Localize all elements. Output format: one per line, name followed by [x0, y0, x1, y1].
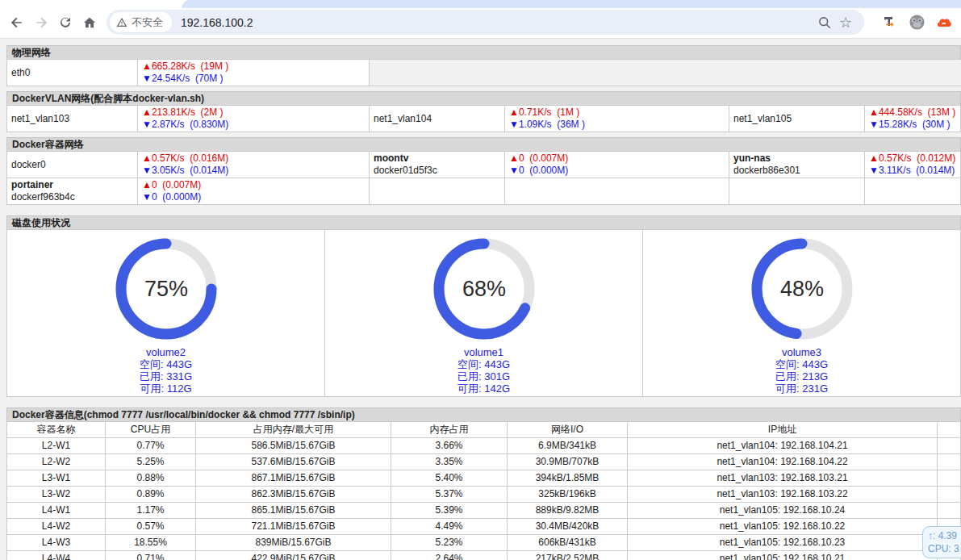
container-cell: net1_vlan104: 192.168.104.22: [628, 454, 938, 470]
forward-icon: [33, 15, 49, 31]
container-cell: 3.66%: [391, 438, 508, 454]
interface-name: net1_vlan103: [11, 113, 133, 125]
interface-name-cell: net1_vlan103: [7, 106, 138, 132]
network-row: net1_vlan103▲213.81K/s (2M )▼2.87K/s (0.…: [7, 106, 961, 132]
disk-volume-info: volume1空间: 443G已用: 301G可用: 142G: [458, 346, 510, 395]
upload-rate: ▲0 (0.007M): [509, 153, 725, 165]
interface-name-cell: net1_vlan105: [729, 106, 865, 132]
address-bar[interactable]: 不安全 192.168.100.2 ☆: [107, 10, 864, 35]
volume-name: volume3: [775, 346, 828, 358]
container-header-cell: IP地址: [628, 422, 938, 438]
interface-name: eth0: [11, 67, 133, 79]
disk-volume-cell: 68%volume1空间: 443G已用: 301G可用: 142G: [325, 230, 643, 396]
interface-rates-cell: ▲0 (0.007M)▼0 (0.000M): [138, 178, 370, 205]
volume-total: 空间: 443G: [775, 358, 828, 370]
empty-region: [370, 60, 961, 86]
interface-name: moontv: [374, 153, 500, 165]
zoom-icon: [817, 15, 832, 30]
volume-used: 已用: 331G: [140, 370, 192, 382]
disk-donut-chart: 68%: [432, 236, 537, 345]
forward-button[interactable]: [29, 10, 53, 35]
container-cell: net1_vlan104: 192.168.104.21: [628, 438, 938, 454]
tampermonkey-extension-button[interactable]: [906, 12, 927, 33]
network-row: portainerdockerf963b4c▲0 (0.007M)▼0 (0.0…: [7, 178, 961, 205]
home-icon: [81, 15, 98, 31]
container-table-body: L2-W10.77%586.5MiB/15.67GiB3.66%6.9MB/34…: [7, 438, 961, 560]
dashboard-page: 物理网络 eth0▲665.28K/s (19M )▼24.54K/s (70M…: [0, 39, 961, 560]
container-cell: net1_vlan103: 192.168.103.21: [628, 470, 938, 487]
interface-name: net1_vlan104: [374, 113, 500, 125]
translate-extension-button[interactable]: [879, 12, 900, 33]
empty-cell: [370, 178, 505, 205]
reload-icon: [58, 15, 73, 30]
container-id: dockerf963b4c: [11, 191, 133, 203]
container-row: L3-W10.88%867.1MiB/15.67GiB5.40%394kB/1.…: [7, 470, 961, 487]
home-button[interactable]: [77, 10, 102, 35]
container-cell: 865.1MiB/15.67GiB: [196, 503, 391, 519]
container-cell: L4-W2: [7, 519, 106, 535]
download-rate: ▼3.05K/s (0.014M): [142, 165, 365, 177]
section-header-containers: Docker容器信息(chmod 7777 /usr/local/bin/doc…: [6, 407, 961, 421]
container-cell: L3-W2: [7, 487, 106, 503]
container-cell: 721.1MiB/15.67GiB: [196, 519, 391, 535]
interface-name-cell: yun-nasdockerb86e301: [729, 152, 865, 178]
container-cell-empty: [938, 454, 961, 470]
interface-rates-cell: ▲0.57K/s (0.012M)▼3.11K/s (0.014M): [865, 152, 961, 178]
container-cell: 606kB/431kB: [508, 535, 628, 551]
upload-rate: ▲213.81K/s (2M ): [142, 107, 365, 119]
container-cell: 30.9MB/707kB: [508, 454, 628, 470]
container-cell: 0.71%: [106, 551, 196, 560]
container-row: L4-W11.17%865.1MiB/15.67GiB5.39%889kB/9.…: [7, 503, 961, 519]
disk-volume-cell: 75%volume2空间: 443G已用: 331G可用: 112G: [7, 230, 325, 396]
container-cell: 537.6MiB/15.67GiB: [196, 454, 391, 470]
container-cell: 422.9MiB/15.67GiB: [196, 551, 391, 560]
container-header-cell: 容器名称: [7, 422, 106, 438]
container-header-empty: [938, 422, 961, 438]
upload-rate: ▲0.57K/s (0.012M): [869, 153, 956, 165]
bookmark-star-button[interactable]: ☆: [835, 12, 856, 33]
zoom-indicator-button[interactable]: [814, 12, 835, 33]
interface-name-cell: net1_vlan104: [370, 106, 505, 132]
container-cell: net1_vlan105: 192.168.10.23: [628, 535, 938, 551]
back-button[interactable]: [5, 10, 29, 35]
volume-free: 可用: 142G: [458, 382, 510, 395]
volume-free: 可用: 112G: [140, 382, 192, 395]
container-cell: 5.37%: [391, 487, 508, 503]
section-header-physical-network: 物理网络: [6, 45, 961, 59]
container-id: dockerb86e301: [733, 165, 860, 177]
disk-donut-chart: 48%: [750, 236, 854, 345]
container-cell: 5.40%: [391, 470, 508, 487]
container-cell: 3.35%: [391, 454, 508, 470]
interface-rates-cell: ▲444.58K/s (13M )▼15.28K/s (30M ): [865, 106, 961, 132]
interface-name: yun-nas: [733, 153, 860, 165]
tab-strip: [0, 0, 961, 8]
container-cell: 889kB/9.82MB: [508, 503, 628, 519]
container-cell: 586.5MiB/15.67GiB: [196, 438, 391, 454]
section-physical-network: 物理网络 eth0▲665.28K/s (19M )▼24.54K/s (70M…: [6, 45, 961, 86]
section-header-disk-usage: 磁盘使用状况: [6, 215, 961, 229]
cpu-count-value: CPU: 3: [928, 542, 961, 555]
browser-chrome: 不安全 192.168.100.2 ☆: [0, 0, 961, 39]
interface-rates-cell: ▲665.28K/s (19M )▼24.54K/s (70M ): [138, 60, 370, 86]
security-chip[interactable]: 不安全: [110, 12, 172, 32]
physical-network-table: eth0▲665.28K/s (19M )▼24.54K/s (70M ): [6, 59, 961, 86]
container-cell: 217kB/2.52MB: [508, 551, 628, 560]
section-vlan-network: DockerVLAN网络(配合脚本docker-vlan.sh) net1_vl…: [6, 91, 961, 132]
container-row: L2-W10.77%586.5MiB/15.67GiB3.66%6.9MB/34…: [7, 438, 961, 454]
bookmark-star-icon: ☆: [839, 15, 852, 30]
translate-extension-icon: [880, 14, 898, 31]
container-id: docker01d5f3c: [374, 165, 500, 177]
network-tbody-0: eth0▲665.28K/s (19M )▼24.54K/s (70M ): [7, 60, 961, 86]
interface-name-cell: docker0: [7, 152, 138, 178]
proxy-extension-button[interactable]: [934, 12, 955, 33]
container-cell: 0.77%: [106, 438, 196, 454]
url-text: 192.168.100.2: [181, 16, 814, 29]
interface-name: docker0: [11, 159, 133, 171]
container-cell-empty: [938, 487, 961, 503]
download-rate: ▼3.11K/s (0.014M): [869, 165, 956, 177]
volume-used: 已用: 213G: [775, 370, 828, 382]
reload-button[interactable]: [53, 10, 77, 35]
network-tbody-2: docker0▲0.57K/s (0.016M)▼3.05K/s (0.014M…: [7, 152, 961, 205]
proxy-extension-icon: [935, 14, 953, 31]
interface-name-cell: eth0: [7, 60, 138, 86]
